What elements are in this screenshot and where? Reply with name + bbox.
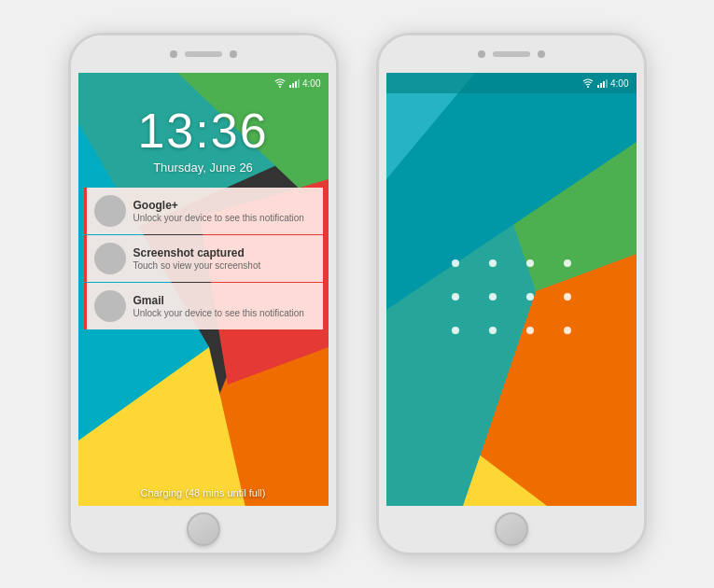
svg-rect-7 (289, 85, 291, 88)
phone-2-screen[interactable]: 4:00 (386, 73, 637, 506)
notif-body-screenshot: Touch so view your screenshot (133, 260, 315, 271)
clock-status-2: 4:00 (610, 78, 628, 89)
charging-status: Charging (48 mins until full) (78, 487, 329, 498)
phone-1-bottom (71, 506, 336, 553)
pin-row-3 (452, 327, 571, 334)
notif-content-screenshot: Screenshot captured Touch so view your s… (133, 246, 315, 271)
signal-icon (288, 78, 300, 88)
wifi-icon (274, 78, 286, 88)
pin-row-2 (452, 293, 571, 301)
status-bar-2: 4:00 (386, 73, 637, 93)
pin-row-1 (452, 259, 571, 267)
googleplus-icon (94, 195, 126, 227)
pin-dot-1-3 (526, 259, 534, 267)
svg-rect-9 (295, 81, 297, 88)
notif-content-googleplus: Google+ Unlock your device to see this n… (133, 199, 315, 223)
notification-googleplus[interactable]: Google+ Unlock your device to see this n… (84, 188, 323, 234)
notif-title-screenshot: Screenshot captured (133, 246, 315, 259)
pin-dot-1-2 (489, 259, 497, 267)
svg-rect-8 (292, 83, 294, 88)
status-icons-1: 4:00 (274, 78, 320, 89)
notif-body-gmail: Unlock your device to see this notificat… (133, 308, 315, 318)
signal-icon-2 (596, 78, 608, 88)
status-bar-1: 4:00 (78, 73, 329, 93)
wifi-icon-2 (582, 78, 594, 88)
notif-content-gmail: Gmail Unlock your device to see this not… (133, 294, 315, 318)
svg-rect-19 (597, 85, 599, 88)
sensor-2 (538, 50, 545, 58)
svg-rect-21 (603, 81, 605, 88)
phone-1-top (71, 35, 336, 73)
svg-rect-22 (606, 79, 608, 88)
svg-rect-10 (298, 79, 300, 88)
lockscreen: 4:00 13:36 Thursday, June 26 Google+ Unl… (78, 73, 329, 506)
front-camera-2 (478, 50, 485, 58)
pin-dot-2-3 (526, 293, 534, 301)
lock-time: 13:36 (78, 103, 329, 159)
speaker-2 (493, 51, 530, 57)
phone-1: 4:00 13:36 Thursday, June 26 Google+ Unl… (68, 33, 339, 555)
clock-status-1: 4:00 (302, 78, 320, 89)
pin-dot-2-2 (489, 293, 497, 301)
svg-point-18 (587, 86, 589, 88)
home-button-2[interactable] (495, 512, 528, 546)
screenshot-icon (94, 243, 126, 274)
pin-dot-3-4 (564, 327, 571, 334)
svg-point-6 (279, 86, 281, 88)
phone-2-top (379, 35, 644, 73)
pin-dot-1-4 (564, 259, 571, 267)
svg-rect-20 (600, 83, 602, 88)
notif-title-gmail: Gmail (133, 294, 315, 307)
phone-1-screen[interactable]: 4:00 13:36 Thursday, June 26 Google+ Unl… (78, 73, 329, 506)
speaker-1 (185, 51, 222, 57)
notification-screenshot[interactable]: Screenshot captured Touch so view your s… (84, 235, 323, 282)
front-camera-1 (170, 50, 177, 58)
pin-dot-3-3 (526, 327, 534, 334)
notifications-list: Google+ Unlock your device to see this n… (78, 188, 329, 329)
sensor-1 (230, 50, 237, 58)
pin-screen: 4:00 (386, 73, 637, 506)
pin-dot-1-1 (452, 259, 459, 267)
status-icons-2: 4:00 (582, 78, 628, 89)
pin-dot-3-2 (489, 327, 497, 334)
pin-dot-2-1 (452, 293, 459, 301)
phone-2-bottom (379, 506, 644, 553)
notif-title-googleplus: Google+ (133, 199, 315, 212)
phone-2: 4:00 (376, 33, 647, 555)
pin-dot-2-4 (564, 293, 571, 301)
gmail-icon (94, 290, 126, 322)
pin-dot-3-1 (452, 327, 459, 334)
lock-date: Thursday, June 26 (78, 161, 329, 175)
pin-dots-grid[interactable] (386, 259, 637, 334)
notification-gmail[interactable]: Gmail Unlock your device to see this not… (84, 283, 323, 329)
notif-body-googleplus: Unlock your device to see this notificat… (133, 213, 315, 223)
home-button-1[interactable] (187, 512, 220, 546)
